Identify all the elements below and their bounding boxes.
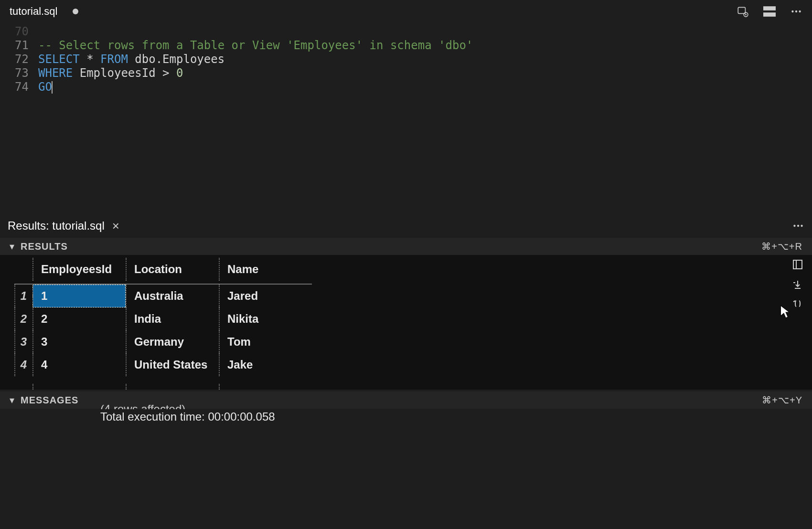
code-line[interactable]: SELECT * FROM dbo.Employees (38, 53, 224, 66)
svg-rect-3 (763, 12, 776, 17)
text-cursor (52, 81, 53, 94)
grid-side-actions (792, 259, 803, 310)
caret-down-icon: ▾ (10, 241, 15, 252)
line-number: 74 (0, 80, 38, 94)
grid-cell[interactable]: Jake (219, 353, 312, 376)
grid-cell[interactable]: India (126, 307, 219, 330)
grid-cell[interactable]: 4 (32, 353, 126, 376)
svg-rect-0 (738, 7, 745, 13)
svg-rect-2 (763, 6, 776, 11)
results-shortcut: ⌘+⌥+R (761, 241, 802, 252)
grid-cell[interactable]: 1 (32, 285, 126, 307)
query-connect-icon[interactable] (737, 5, 749, 18)
code-line[interactable]: WHERE EmployeesId > 0 (38, 66, 183, 80)
editor-tab-actions (737, 5, 807, 18)
grid-cell[interactable]: Tom (219, 330, 312, 353)
results-section-header[interactable]: ▾ RESULTS ⌘+⌥+R (0, 238, 812, 255)
grid-cell[interactable]: 3 (32, 330, 126, 353)
row-number[interactable]: 2 (14, 307, 32, 330)
messages-rows-affected: (4 rows affected) (100, 402, 812, 409)
svg-point-6 (799, 11, 801, 12)
caret-down-icon: ▾ (10, 394, 15, 406)
messages-section-title: MESSAGES (21, 395, 78, 406)
column-header[interactable]: EmployeesId (32, 255, 126, 285)
row-number[interactable]: 4 (14, 353, 32, 376)
grid-cell[interactable]: Germany (126, 330, 219, 353)
line-number: 72 (0, 53, 38, 66)
more-actions-icon[interactable] (790, 5, 802, 18)
column-header[interactable]: Location (126, 255, 219, 285)
grid-cell[interactable]: Jared (219, 285, 312, 307)
svg-point-9 (801, 225, 802, 227)
grid-cell[interactable]: Australia (126, 285, 219, 307)
mouse-cursor-icon (780, 305, 790, 321)
results-tab-title[interactable]: Results: tutorial.sql (8, 219, 105, 233)
code-line[interactable]: GO (38, 80, 53, 94)
svg-point-4 (791, 11, 793, 12)
svg-point-8 (797, 225, 799, 227)
split-editor-icon[interactable] (763, 6, 776, 17)
maximize-icon[interactable] (792, 259, 803, 270)
row-number[interactable]: 3 (14, 330, 32, 353)
grid-cell[interactable]: Nikita (219, 307, 312, 330)
dirty-indicator-icon (73, 9, 78, 14)
editor-tab-bar: tutorial.sql (0, 0, 812, 23)
code-editor[interactable]: 7071-- Select rows from a Table or View … (0, 23, 812, 214)
close-icon[interactable]: × (112, 219, 119, 233)
column-header[interactable]: Name (219, 255, 312, 285)
line-number: 70 (0, 25, 38, 39)
code-line[interactable]: -- Select rows from a Table or View 'Emp… (38, 39, 473, 53)
export-json-icon[interactable] (792, 299, 803, 310)
svg-rect-10 (793, 260, 802, 269)
line-number: 71 (0, 39, 38, 53)
grid-cell[interactable]: United States (126, 353, 219, 376)
results-grid[interactable]: EmployeesIdLocationName11AustraliaJared2… (14, 255, 812, 376)
export-csv-icon[interactable] (792, 279, 803, 290)
svg-point-7 (793, 225, 795, 227)
tab-filename: tutorial.sql (10, 5, 57, 18)
results-grid-area: EmployeesIdLocationName11AustraliaJared2… (0, 255, 812, 390)
results-section-title: RESULTS (21, 241, 68, 252)
svg-point-5 (795, 11, 797, 12)
line-number: 73 (0, 66, 38, 80)
results-tab-bar: Results: tutorial.sql × (0, 214, 812, 238)
results-panel: Results: tutorial.sql × ▾ RESULTS ⌘+⌥+R … (0, 214, 812, 423)
row-number[interactable]: 1 (14, 285, 32, 307)
grid-cell[interactable]: 2 (32, 307, 126, 330)
messages-body: (4 rows affected) Total execution time: … (0, 402, 812, 423)
messages-exec-time: Total execution time: 00:00:00.058 (100, 410, 812, 423)
panel-more-actions-icon[interactable] (792, 220, 804, 232)
editor-tab[interactable]: tutorial.sql (5, 5, 83, 18)
row-number-header (14, 255, 32, 285)
